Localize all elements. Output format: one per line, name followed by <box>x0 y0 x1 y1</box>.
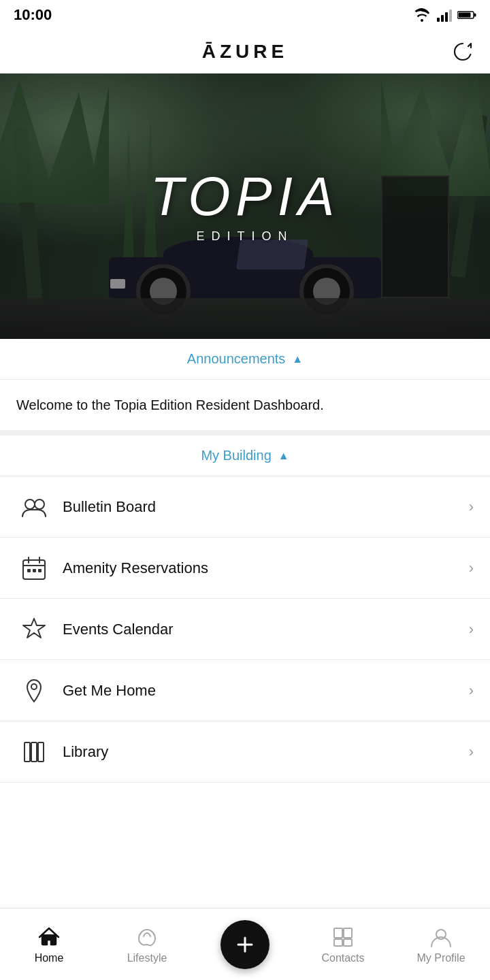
nav-item-my-profile[interactable]: My Profile <box>392 909 490 980</box>
main-content: Announcements ▲ Welcome to the Topia Edi… <box>0 339 490 864</box>
refresh-button[interactable] <box>449 38 476 65</box>
home-nav-icon <box>37 925 61 949</box>
bulletin-board-label: Bulletin Board <box>63 498 469 516</box>
status-time: 10:00 <box>14 6 52 24</box>
svg-rect-16 <box>31 742 37 762</box>
lifestyle-nav-icon <box>135 925 159 949</box>
bottom-navigation: Home Lifestyle Contacts <box>0 908 490 980</box>
my-building-section-header[interactable]: My Building ▲ <box>0 436 490 476</box>
lifestyle-nav-label: Lifestyle <box>127 952 167 964</box>
events-calendar-chevron: › <box>469 621 474 638</box>
announcements-section-header[interactable]: Announcements ▲ <box>0 339 490 380</box>
library-chevron: › <box>469 743 474 761</box>
wifi-icon <box>412 8 431 22</box>
status-icons <box>412 8 476 22</box>
menu-item-bulletin-board[interactable]: Bulletin Board › <box>0 476 490 538</box>
amenity-reservations-chevron: › <box>469 559 474 577</box>
svg-rect-2 <box>445 12 448 22</box>
hero-text: TOPIA EDITION <box>150 169 340 244</box>
my-building-arrow: ▲ <box>278 450 289 462</box>
app-logo: ĀZURE <box>202 41 288 63</box>
contacts-nav-label: Contacts <box>321 952 364 964</box>
library-icon <box>16 734 52 770</box>
nav-item-home[interactable]: Home <box>0 909 98 980</box>
menu-item-library[interactable]: Library › <box>0 721 490 783</box>
svg-rect-3 <box>449 10 452 22</box>
svg-marker-13 <box>23 619 45 638</box>
battery-icon <box>457 10 476 20</box>
svg-rect-18 <box>334 928 342 938</box>
menu-item-get-me-home[interactable]: Get Me Home › <box>0 660 490 721</box>
svg-point-14 <box>31 684 37 689</box>
refresh-icon <box>451 40 474 63</box>
status-bar: 10:00 <box>0 0 490 30</box>
get-me-home-label: Get Me Home <box>63 682 469 700</box>
svg-rect-6 <box>459 13 471 18</box>
svg-rect-11 <box>33 569 36 572</box>
library-label: Library <box>63 743 469 761</box>
get-me-home-chevron: › <box>469 682 474 700</box>
amenity-reservations-icon <box>16 551 52 586</box>
svg-rect-20 <box>334 939 342 946</box>
hero-subtitle: EDITION <box>150 229 340 244</box>
bulletin-board-chevron: › <box>469 498 474 516</box>
nav-item-contacts[interactable]: Contacts <box>294 909 392 980</box>
signal-icon <box>437 8 452 22</box>
amenity-reservations-label: Amenity Reservations <box>63 559 469 577</box>
svg-point-7 <box>25 500 35 509</box>
announcement-body: Welcome to the Topia Edition Resident Da… <box>0 380 490 436</box>
my-profile-nav-icon <box>429 925 453 949</box>
svg-rect-10 <box>27 569 31 572</box>
my-profile-nav-label: My Profile <box>416 952 465 964</box>
svg-rect-1 <box>441 15 444 22</box>
announcements-arrow: ▲ <box>292 353 303 365</box>
add-fab-button[interactable] <box>220 920 270 969</box>
svg-rect-0 <box>437 18 440 22</box>
home-nav-label: Home <box>35 952 64 964</box>
events-calendar-label: Events Calendar <box>63 621 469 638</box>
contacts-nav-icon <box>331 925 355 949</box>
menu-item-events-calendar[interactable]: Events Calendar › <box>0 599 490 660</box>
svg-point-8 <box>35 500 44 509</box>
events-calendar-icon <box>16 612 52 647</box>
svg-rect-21 <box>344 939 352 946</box>
app-header: ĀZURE <box>0 30 490 74</box>
nav-item-lifestyle[interactable]: Lifestyle <box>98 909 196 980</box>
hero-title: TOPIA <box>150 169 340 224</box>
nav-fab-container <box>196 920 294 969</box>
bulletin-board-icon <box>16 489 52 525</box>
svg-rect-19 <box>344 928 352 938</box>
announcements-label: Announcements <box>187 351 286 367</box>
plus-icon <box>234 934 256 956</box>
svg-rect-5 <box>474 14 476 17</box>
svg-rect-12 <box>38 569 42 572</box>
get-me-home-icon <box>16 673 52 708</box>
svg-rect-15 <box>24 742 30 762</box>
hero-banner: TOPIA EDITION <box>0 74 490 339</box>
svg-rect-17 <box>38 742 44 762</box>
my-building-label: My Building <box>201 448 271 463</box>
menu-item-amenity-reservations[interactable]: Amenity Reservations › <box>0 538 490 599</box>
